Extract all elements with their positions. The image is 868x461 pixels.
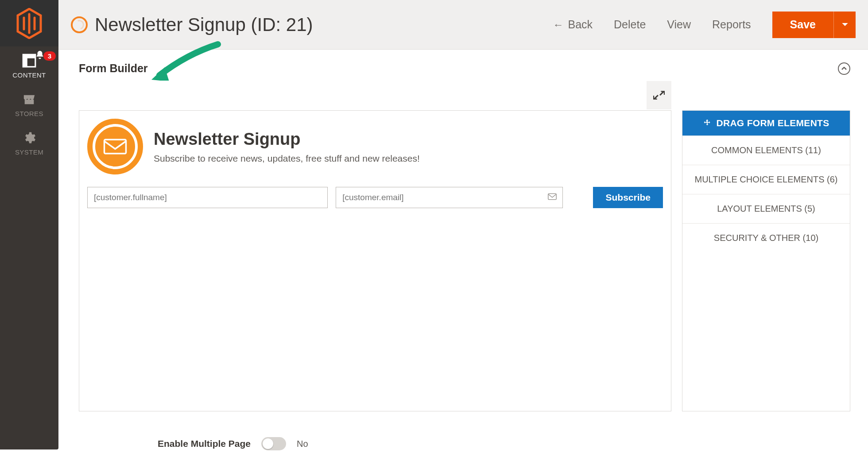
save-button[interactable]: Save [772, 12, 833, 38]
sidebar-item-system[interactable]: SYSTEM [0, 124, 58, 162]
subscribe-button[interactable]: Subscribe [593, 187, 663, 208]
back-button[interactable]: ← Back [553, 18, 593, 31]
svg-rect-4 [105, 139, 126, 154]
palette-group-multiple-choice[interactable]: MULTIPLE CHOICE ELEMENTS (6) [682, 165, 850, 194]
elements-palette: DRAG FORM ELEMENTS COMMON ELEMENTS (11) … [682, 110, 850, 411]
envelope-icon [103, 137, 128, 156]
back-label: Back [568, 18, 593, 31]
page-body: Form Builder [58, 50, 868, 461]
sidebar-item-label: SYSTEM [15, 148, 43, 156]
chevron-up-icon [841, 67, 847, 70]
delete-button[interactable]: Delete [614, 18, 646, 31]
collapse-section-button[interactable] [838, 62, 850, 75]
palette-heading: DRAG FORM ELEMENTS [682, 111, 850, 136]
sidebar-item-content[interactable]: CONTENT 3 [0, 46, 58, 85]
page-title: Newsletter Signup (ID: 21) [95, 14, 313, 35]
toggle-label: Enable Multiple Page [158, 438, 251, 449]
expand-icon [653, 89, 665, 101]
fullscreen-button[interactable] [647, 81, 671, 109]
section-title: Form Builder [79, 62, 148, 75]
sidebar-item-label: STORES [15, 110, 43, 117]
page-header: Newsletter Signup (ID: 21) ← Back Delete… [58, 0, 868, 50]
svg-rect-3 [25, 100, 34, 104]
sidebar-item-label: CONTENT [12, 71, 46, 79]
palette-group-security[interactable]: SECURITY & OTHER (10) [682, 223, 850, 252]
form-subtitle: Subscribe to receive news, updates, free… [154, 153, 420, 164]
form-title: Newsletter Signup [154, 130, 420, 149]
notification-indicator[interactable]: 3 [35, 50, 56, 62]
multiple-page-toggle-row: Enable Multiple Page No [158, 437, 308, 450]
svg-rect-2 [23, 54, 27, 67]
sidebar-item-stores[interactable]: STORES [0, 85, 58, 124]
spinner-ring-icon [71, 16, 88, 33]
gear-icon [20, 130, 38, 146]
form-canvas-column: Newsletter Signup Subscribe to receive n… [79, 83, 671, 384]
drag-icon [703, 119, 712, 128]
magento-logo-icon [16, 8, 43, 39]
save-dropdown-caret[interactable] [833, 12, 856, 38]
reports-button[interactable]: Reports [712, 18, 751, 31]
envelope-badge [87, 119, 143, 174]
multiple-page-switch[interactable] [261, 437, 286, 450]
palette-heading-text: DRAG FORM ELEMENTS [716, 118, 829, 128]
arrow-left-icon: ← [553, 19, 563, 31]
email-input[interactable] [336, 187, 563, 208]
caret-down-icon [841, 22, 849, 27]
magento-logo[interactable] [0, 0, 58, 46]
stores-icon [20, 91, 38, 107]
view-button[interactable]: View [667, 18, 691, 31]
form-header: Newsletter Signup Subscribe to receive n… [87, 119, 663, 174]
save-split-button: Save [772, 12, 856, 38]
palette-group-common[interactable]: COMMON ELEMENTS (11) [682, 136, 850, 165]
toggle-value: No [297, 439, 308, 449]
palette-group-layout[interactable]: LAYOUT ELEMENTS (5) [682, 194, 850, 223]
svg-rect-5 [548, 194, 556, 199]
notification-count-badge: 3 [43, 51, 56, 61]
mail-icon [548, 193, 557, 202]
admin-sidebar: CONTENT 3 STORES SYSTEM [0, 0, 58, 449]
fullname-input[interactable] [87, 187, 328, 208]
form-canvas[interactable]: Newsletter Signup Subscribe to receive n… [79, 110, 671, 411]
